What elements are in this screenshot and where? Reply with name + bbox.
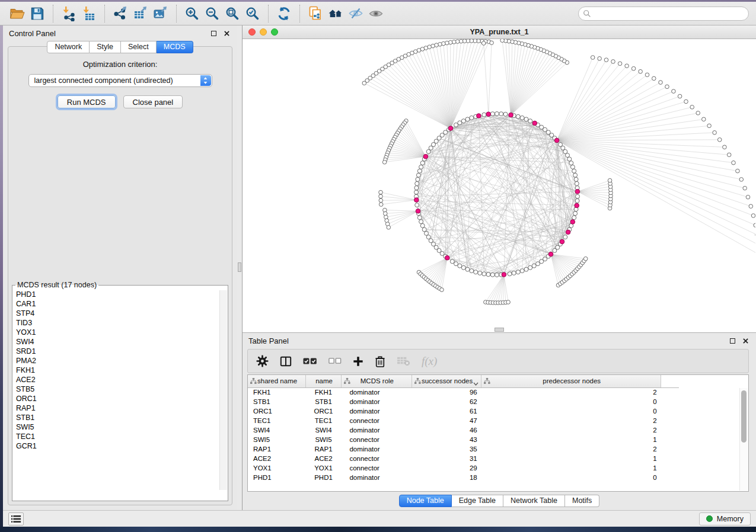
table-cell[interactable]: dominator [341,387,412,397]
table-row[interactable]: RAP1RAP1dominator352 [248,444,679,454]
table-cell[interactable]: 96 [412,387,481,397]
table-cell[interactable]: 47 [412,416,481,425]
table-cell[interactable]: connector [341,435,412,444]
table-cell[interactable]: SWI5 [248,435,306,444]
table-cell[interactable]: connector [341,416,412,425]
mcds-result-item[interactable]: ORC1 [16,394,228,403]
hide-selected-button[interactable] [346,4,366,23]
mcds-result-item[interactable]: SWI5 [16,422,228,432]
first-neighbors-button[interactable] [326,4,346,23]
mcds-result-item[interactable]: PHD1 [16,290,228,299]
table-row[interactable]: SWI4SWI4dominator462 [248,425,679,435]
column-header-shared-name[interactable]: shared name [248,375,306,387]
table-cell[interactable]: PHD1 [248,473,306,482]
column-header-successor-nodes[interactable]: successor nodes [412,375,481,387]
delete-table-button[interactable] [397,356,410,366]
table-tab-edge-table[interactable]: Edge Table [452,495,503,507]
mcds-result-item[interactable]: STB5 [16,384,228,394]
zoom-fit-button[interactable] [222,4,243,23]
mcds-result-item[interactable]: FKH1 [16,366,228,375]
table-row[interactable]: SWI5SWI5connector431 [248,435,679,444]
mcds-result-item[interactable]: RAP1 [16,403,228,413]
tab-mcds[interactable]: MCDS [157,41,193,53]
horizontal-splitter-handle[interactable] [495,328,504,332]
table-tab-network-table[interactable]: Network Table [503,495,565,507]
export-table-button[interactable] [130,4,151,23]
table-tab-node-table[interactable]: Node Table [399,495,452,507]
select-all-button[interactable] [303,357,317,366]
mcds-result-scrollbar[interactable] [219,290,227,490]
table-cell[interactable]: dominator [341,425,412,435]
memory-button[interactable]: Memory [699,512,751,525]
search-input[interactable] [578,7,749,21]
table-cell[interactable]: PHD1 [306,473,342,482]
table-cell[interactable]: 2 [481,416,661,425]
unselect-all-button[interactable] [328,357,342,365]
vertical-splitter[interactable] [237,25,243,510]
table-cell[interactable]: dominator [341,473,412,482]
mcds-result-item[interactable]: GCR1 [16,441,228,451]
control-panel-close-button[interactable] [222,28,231,38]
mcds-result-item[interactable]: SWI4 [16,337,228,347]
table-cell[interactable]: TEC1 [248,416,306,425]
table-cell[interactable]: connector [341,454,412,463]
open-file-button[interactable] [7,4,27,23]
table-tab-motifs[interactable]: Motifs [565,495,599,507]
table-scrollbar[interactable] [739,388,748,491]
table-cell[interactable]: 29 [412,463,481,473]
table-cell[interactable]: YOX1 [248,463,306,473]
task-history-button[interactable] [8,512,24,525]
table-cell[interactable]: 0 [481,473,661,482]
close-window-icon[interactable] [248,28,256,36]
table-cell[interactable]: SWI4 [248,425,306,435]
table-cell[interactable]: 35 [412,444,481,454]
table-cell[interactable]: ACE2 [248,454,306,463]
table-cell[interactable]: 31 [412,454,481,463]
table-row[interactable]: YOX1YOX1connector291 [248,463,679,473]
table-cell[interactable]: 0 [481,397,661,406]
splitter-handle[interactable] [238,262,241,272]
column-header-name[interactable]: name [306,375,342,387]
table-cell[interactable]: 1 [481,463,661,473]
table-cell[interactable]: 18 [412,473,481,482]
table-cell[interactable]: 46 [412,425,481,435]
show-all-button[interactable] [366,4,386,23]
maximize-window-icon[interactable] [271,28,278,36]
table-cell[interactable]: STB1 [248,397,306,406]
control-panel-float-button[interactable] [209,28,218,38]
table-row[interactable]: PHD1PHD1dominator180 [248,473,679,482]
table-row[interactable]: TEC1TEC1connector472 [248,416,679,425]
mcds-result-item[interactable]: YOX1 [16,328,228,337]
delete-row-button[interactable] [375,355,385,367]
table-row[interactable]: FKH1FKH1dominator962 [248,387,679,397]
tab-network[interactable]: Network [47,41,90,53]
table-cell[interactable]: 2 [481,444,661,454]
table-cell[interactable]: FKH1 [248,387,306,397]
mcds-result-item[interactable]: TEC1 [16,432,228,441]
show-columns-button[interactable] [280,355,292,367]
save-session-button[interactable] [27,4,47,23]
table-cell[interactable]: dominator [341,406,412,416]
import-network-button[interactable] [59,4,79,23]
mcds-result-item[interactable]: STB1 [16,413,228,422]
table-cell[interactable]: 0 [481,406,661,416]
table-cell[interactable]: 1 [481,435,661,444]
mcds-result-item[interactable]: PMA2 [16,356,228,366]
table-cell[interactable]: 61 [412,406,481,416]
zoom-in-button[interactable] [182,4,202,23]
mcds-result-item[interactable]: ACE2 [16,375,228,384]
table-cell[interactable]: RAP1 [248,444,306,454]
table-row[interactable]: ORC1ORC1dominator610 [248,406,679,416]
column-header-MCDS-role[interactable]: MCDS role [341,375,412,387]
table-cell[interactable]: 1 [481,454,661,463]
table-scrollbar-thumb[interactable] [741,390,747,443]
table-cell[interactable]: ORC1 [306,406,342,416]
table-cell[interactable]: 62 [412,397,481,406]
table-cell[interactable]: ACE2 [306,454,342,463]
settings-gear-button[interactable] [256,355,269,367]
table-cell[interactable]: connector [341,463,412,473]
table-cell[interactable]: STB1 [306,397,342,406]
mcds-result-item[interactable]: SRD1 [16,347,228,356]
network-canvas[interactable] [243,39,756,332]
table-cell[interactable]: RAP1 [306,444,342,454]
